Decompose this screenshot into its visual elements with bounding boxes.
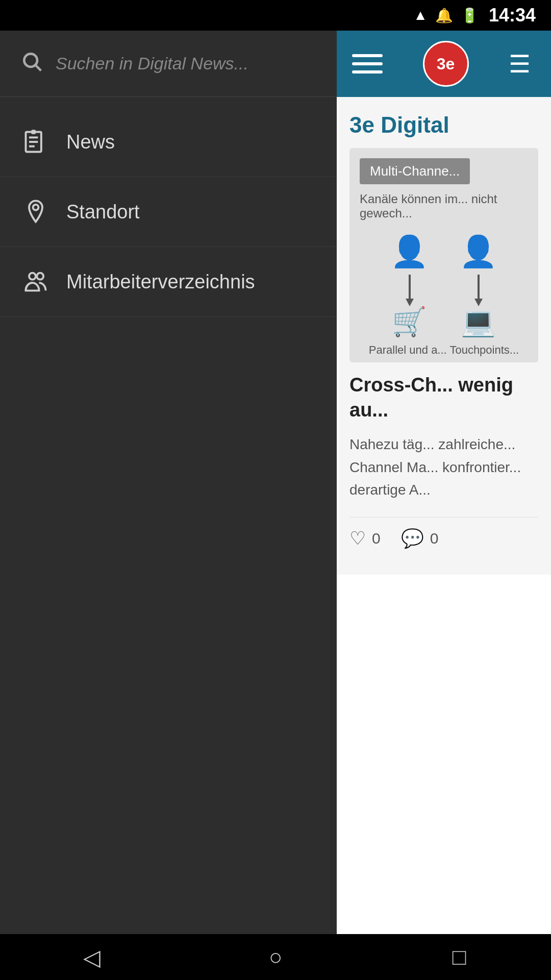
status-bar: ▲ 🔔 🔋 14:34: [0, 0, 551, 31]
hamburger-line-1: [352, 54, 383, 57]
article-headline: Cross-Ch... wenig au...: [349, 373, 538, 423]
comment-button[interactable]: 💬 0: [401, 528, 439, 549]
article-image: Multi-Channe... Kanäle können im... nich…: [349, 148, 538, 362]
content-title: 3e Digital: [349, 112, 538, 138]
sidebar-item-standort-label: Standort: [66, 201, 140, 223]
heart-icon: ♡: [349, 528, 366, 549]
status-icons: ▲ 🔔 🔋: [413, 7, 479, 24]
person-icon-1: 👤: [390, 233, 429, 270]
diagram-col-1: 👤 🛒: [390, 233, 429, 338]
search-bar: [0, 31, 337, 97]
diagram-footer: Parallel und a... Touchpoints...: [369, 344, 519, 357]
search-input[interactable]: [56, 54, 316, 74]
like-button[interactable]: ♡ 0: [349, 528, 381, 549]
article-excerpt: Nahezu täg... zahlreiche... Channel Ma..…: [349, 433, 538, 502]
recents-icon: □: [453, 944, 466, 970]
main-container: News Standort: [0, 31, 551, 934]
content-body: 3e Digital Multi-Channe... Kanäle können…: [337, 97, 551, 575]
sidebar-item-news[interactable]: News: [0, 107, 337, 177]
sidebar-item-standort[interactable]: Standort: [0, 177, 337, 247]
logo-circle: 3e: [423, 41, 469, 87]
sidebar-item-mitarbeiter-label: Mitarbeiterverzeichnis: [66, 271, 255, 293]
svg-point-9: [37, 273, 43, 280]
person-icon-2: 👤: [459, 233, 497, 270]
sidebar: News Standort: [0, 31, 337, 934]
back-button[interactable]: ◁: [71, 937, 112, 977]
diagram-col-2: 👤 💻: [459, 233, 497, 338]
hamburger-line-2: [352, 62, 383, 65]
image-badge: Multi-Channe...: [360, 158, 470, 184]
arrow-1: [409, 275, 411, 300]
location-icon: [20, 197, 51, 227]
image-subtext: Kanäle können im... nicht gewech...: [360, 192, 528, 220]
back-icon: ◁: [83, 944, 101, 970]
svg-rect-6: [31, 130, 36, 134]
svg-point-8: [29, 273, 36, 280]
comment-icon: 💬: [401, 528, 424, 549]
more-button[interactable]: ☰: [504, 50, 536, 78]
status-time: 14:34: [489, 5, 536, 26]
like-count: 0: [372, 530, 381, 547]
search-icon: [20, 50, 43, 77]
bottom-nav: ◁ ○ □: [0, 934, 551, 980]
home-icon: ○: [269, 944, 283, 970]
multichannel-diagram: 👤 🛒 👤 💻: [390, 233, 497, 338]
people-icon: [20, 266, 51, 297]
document-icon: [20, 127, 51, 157]
hamburger-line-3: [352, 70, 383, 74]
home-button[interactable]: ○: [255, 937, 296, 977]
sidebar-item-news-label: News: [66, 131, 115, 153]
svg-point-7: [33, 205, 39, 210]
content-header: 3e ☰: [337, 31, 551, 97]
arrow-2: [478, 275, 480, 300]
content-panel: 3e ☰ 3e Digital Multi-Channe... Kanäle k…: [337, 31, 551, 934]
notification-icon: 🔔: [435, 7, 453, 24]
wifi-icon: ▲: [413, 7, 428, 23]
recents-button[interactable]: □: [439, 937, 480, 977]
battery-icon: 🔋: [461, 7, 479, 24]
nav-items: News Standort: [0, 97, 337, 934]
sidebar-item-mitarbeiter[interactable]: Mitarbeiterverzeichnis: [0, 247, 337, 317]
screen-icon: 💻: [461, 305, 496, 338]
svg-point-0: [24, 54, 37, 67]
hamburger-button[interactable]: [352, 46, 388, 82]
comment-count: 0: [430, 530, 439, 547]
cart-icon: 🛒: [392, 305, 427, 338]
svg-line-1: [36, 65, 41, 70]
article-actions: ♡ 0 💬 0: [349, 517, 538, 559]
